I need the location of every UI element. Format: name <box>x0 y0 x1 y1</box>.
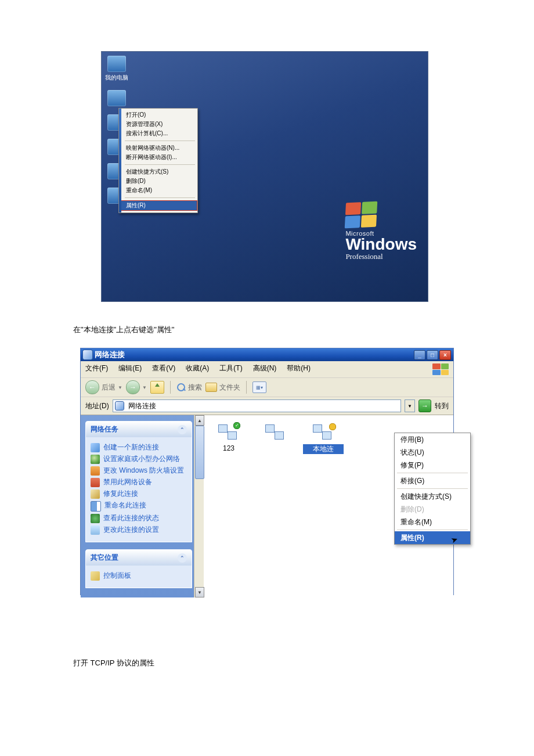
task-new-connection[interactable]: 创建一个新的连接 <box>91 443 187 452</box>
ctx-item-shortcut[interactable]: 创建快捷方式(S) <box>126 167 194 177</box>
folders-button[interactable]: 文件夹 <box>205 383 240 393</box>
windows-brand-logo: Microsoft Windows Professional <box>345 202 417 261</box>
arrow-right-icon: → <box>126 380 140 394</box>
ctx2-rename[interactable]: 重命名(M) <box>395 516 470 528</box>
separator <box>246 381 247 394</box>
ctx-item-properties[interactable]: 属性(R) <box>119 200 197 211</box>
connection-icon: ✓ <box>218 424 239 442</box>
task-disable[interactable]: 禁用此网络设备 <box>91 478 187 487</box>
window-content: 网络任务 ⌃ 创建一个新的连接 设置家庭或小型办公网络 更改 Windows 防… <box>81 415 453 597</box>
window-title: 网络连接 <box>95 350 125 360</box>
desktop-screenshot: 我的电脑 打开(O) 资源管理器(X) 搜索计算机(C)... 映射网络驱动器(… <box>101 51 428 302</box>
panel-title: 其它位置 <box>91 553 118 563</box>
menu-file[interactable]: 文件(F) <box>85 363 108 375</box>
task-rename[interactable]: 重命名此连接 <box>91 501 187 512</box>
task-status[interactable]: 查看此连接的状态 <box>91 514 187 523</box>
ctx2-status[interactable]: 状态(U) <box>395 446 470 459</box>
ctx-item-rename[interactable]: 重命名(M) <box>126 186 194 195</box>
arrow-left-icon: ← <box>85 380 99 394</box>
close-button[interactable]: × <box>439 350 451 360</box>
connections-pane: ✓ 123 本地连 停用(B) 状态(U) 修 <box>197 415 453 597</box>
network-icon <box>83 350 92 359</box>
instruction-caption-2: 打开 TCP/IP 协议的属性 <box>73 658 154 668</box>
go-button[interactable]: → <box>418 399 431 412</box>
separator <box>170 381 171 394</box>
brand-windows: Windows <box>345 237 417 252</box>
menu-help[interactable]: 帮助(H) <box>287 363 311 375</box>
brand-professional: Professional <box>345 252 417 261</box>
settings-icon <box>91 525 100 535</box>
search-label: 搜索 <box>188 383 202 393</box>
up-button[interactable] <box>150 381 164 394</box>
menu-edit[interactable]: 编辑(E) <box>118 363 142 375</box>
go-label: 转到 <box>435 401 449 411</box>
panel-header[interactable]: 网络任务 ⌃ <box>86 422 192 437</box>
connection-label: 本地连 <box>303 444 344 454</box>
menu-tools[interactable]: 工具(T) <box>219 363 242 375</box>
control-panel-icon <box>91 571 100 581</box>
ctx-item-search[interactable]: 搜索计算机(C)... <box>126 129 194 138</box>
status-icon <box>91 514 100 523</box>
back-button[interactable]: ← 后退 ▼ <box>85 380 122 394</box>
windows-flag-icon <box>345 201 378 229</box>
new-connection-icon <box>91 443 100 452</box>
toolbar: ← 后退 ▼ → ▼ 搜索 文件夹 ▦▾ <box>81 378 453 397</box>
maximize-button[interactable]: □ <box>427 350 438 360</box>
task-firewall[interactable]: 更改 Windows 防火墙设置 <box>91 466 187 476</box>
ctx2-delete: 删除(D) <box>395 503 470 516</box>
address-field[interactable]: 网络连接 <box>113 399 401 412</box>
panel-title: 网络任务 <box>91 424 118 434</box>
network-connections-window: 网络连接 _ □ × 文件(F) 编辑(E) 查看(V) 收藏(A) 工具(T)… <box>80 348 454 595</box>
other-control-panel[interactable]: 控制面板 <box>91 571 187 581</box>
ctx-item-map-drive[interactable]: 映射网络驱动器(N)... <box>126 143 194 153</box>
titlebar[interactable]: 网络连接 _ □ × <box>81 348 453 361</box>
ctx-item-explorer[interactable]: 资源管理器(X) <box>126 120 194 129</box>
network-icon <box>116 402 124 410</box>
task-settings[interactable]: 更改此连接的设置 <box>91 525 187 535</box>
connection-2[interactable] <box>255 424 296 444</box>
context-menu[interactable]: 打开(O) 资源管理器(X) 搜索计算机(C)... 映射网络驱动器(N)...… <box>118 108 198 213</box>
forward-button[interactable]: → ▼ <box>126 380 147 394</box>
connection-local[interactable]: 本地连 <box>303 424 344 454</box>
ctx2-shortcut[interactable]: 创建快捷方式(S) <box>395 490 470 503</box>
globe-icon <box>91 455 100 464</box>
ctx2-repair[interactable]: 修复(P) <box>395 459 470 471</box>
folder-icon <box>205 383 217 392</box>
rename-icon <box>91 501 101 512</box>
ctx-item-open[interactable]: 打开(O) <box>126 110 194 120</box>
instruction-caption-1: 在"本地连接"上点右键选"属性" <box>73 325 174 335</box>
connection-icon <box>313 424 334 442</box>
ctx2-disable[interactable]: 停用(B) <box>395 433 470 446</box>
search-button[interactable]: 搜索 <box>176 383 202 393</box>
wrench-icon <box>91 489 100 499</box>
address-value: 网络连接 <box>128 401 156 411</box>
icon-label: 我的电脑 <box>104 74 129 82</box>
connection-context-menu[interactable]: 停用(B) 状态(U) 修复(P) 桥接(G) 创建快捷方式(S) 删除(D) … <box>394 433 471 545</box>
plug-icon <box>91 478 100 487</box>
desktop-icon-my-computer[interactable]: 我的电脑 <box>104 56 129 82</box>
connection-123[interactable]: ✓ 123 <box>208 424 249 452</box>
connection-label: 123 <box>208 444 249 452</box>
folders-label: 文件夹 <box>219 383 240 393</box>
chevron-up-icon: ⌃ <box>178 425 187 434</box>
chevron-up-icon: ⌃ <box>178 553 187 563</box>
shield-icon <box>91 466 100 476</box>
desktop-icon[interactable] <box>104 90 129 106</box>
minimize-button[interactable]: _ <box>414 350 425 360</box>
ctx2-bridge[interactable]: 桥接(G) <box>395 474 470 487</box>
panel-header[interactable]: 其它位置 ⌃ <box>86 550 192 566</box>
panel-network-tasks: 网络任务 ⌃ 创建一个新的连接 设置家庭或小型办公网络 更改 Windows 防… <box>85 421 192 542</box>
task-home-network[interactable]: 设置家庭或小型办公网络 <box>91 455 187 464</box>
menu-view[interactable]: 查看(V) <box>152 363 175 375</box>
address-bar: 地址(D) 网络连接 ▼ → 转到 <box>81 397 453 415</box>
back-label: 后退 <box>102 383 116 393</box>
menu-adv[interactable]: 高级(N) <box>253 363 277 375</box>
brand-microsoft: Microsoft <box>345 230 417 237</box>
task-repair[interactable]: 修复此连接 <box>91 489 187 499</box>
ctx-item-disconnect-drive[interactable]: 断开网络驱动器(I)... <box>126 153 194 162</box>
menu-fav[interactable]: 收藏(A) <box>186 363 209 375</box>
menubar: 文件(F) 编辑(E) 查看(V) 收藏(A) 工具(T) 高级(N) 帮助(H… <box>81 361 453 378</box>
ctx-item-delete[interactable]: 删除(D) <box>126 177 194 186</box>
views-button[interactable]: ▦▾ <box>252 381 266 393</box>
address-dropdown[interactable]: ▼ <box>405 399 415 412</box>
